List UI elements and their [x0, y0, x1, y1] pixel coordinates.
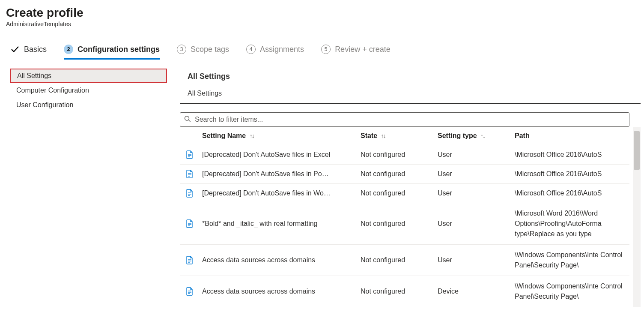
- tree-item[interactable]: User Configuration: [10, 98, 167, 112]
- step-number: 3: [177, 45, 186, 54]
- scrollbar-thumb[interactable]: [634, 131, 640, 170]
- main-title: All Settings: [188, 72, 641, 81]
- col-setting-name[interactable]: Setting Name ↑↓: [202, 127, 361, 145]
- col-path[interactable]: Path: [515, 127, 629, 145]
- step-number: 5: [321, 45, 331, 54]
- table-row[interactable]: [Deprecated] Don't AutoSave files in Exc…: [180, 145, 629, 165]
- wizard-step-active[interactable]: 2Configuration settings: [64, 45, 160, 60]
- cell-setting-name: [Deprecated] Don't AutoSave files in Exc…: [202, 145, 361, 165]
- cell-setting-name: Access data sources across domains: [202, 276, 361, 307]
- breadcrumb: All Settings: [188, 90, 641, 97]
- cell-path: \Microsoft Word 2016\Word Options\Proofi…: [515, 203, 629, 245]
- create-profile-page: Create profile AdministrativeTemplates B…: [0, 0, 644, 307]
- cell-setting-name: [Deprecated] Don't AutoSave files in Wo…: [202, 184, 361, 203]
- cell-type: Device: [438, 276, 515, 307]
- document-icon: [180, 170, 200, 178]
- cell-state: Not configured: [361, 245, 438, 276]
- cell-path: \Windows Components\Inte Control Panel\S…: [515, 276, 629, 307]
- wizard-step-future[interactable]: 3Scope tags: [177, 45, 229, 58]
- sort-icon: ↑↓: [381, 132, 385, 139]
- step-label: Review + create: [335, 45, 391, 54]
- tree-item[interactable]: All Settings: [10, 69, 167, 83]
- table-row[interactable]: Access data sources across domainsNot co…: [180, 276, 629, 307]
- document-icon: [180, 287, 200, 296]
- settings-table: Setting Name ↑↓ State ↑↓ Setting type ↑↓: [180, 127, 629, 307]
- wizard-step-done[interactable]: Basics: [10, 45, 47, 58]
- cell-setting-name: [Deprecated] Don't AutoSave files in Po…: [202, 165, 361, 184]
- scrollbar[interactable]: [633, 127, 641, 307]
- cell-setting-name: Access data sources across domains: [202, 245, 361, 276]
- table-row[interactable]: *Bold* and _italic_ with real formatting…: [180, 203, 629, 245]
- divider: [180, 103, 641, 104]
- step-label: Assignments: [260, 45, 304, 54]
- step-number: 2: [64, 45, 73, 54]
- check-icon: [10, 45, 20, 54]
- document-icon: [180, 189, 200, 198]
- step-label: Configuration settings: [78, 45, 160, 54]
- search-input[interactable]: [180, 112, 629, 127]
- sort-icon: ↑↓: [250, 132, 254, 139]
- tree-item[interactable]: Computer Configuration: [10, 83, 167, 98]
- wizard-steps: Basics2Configuration settings3Scope tags…: [6, 45, 644, 58]
- col-state[interactable]: State ↑↓: [361, 127, 438, 145]
- col-setting-type[interactable]: Setting type ↑↓: [438, 127, 515, 145]
- cell-type: User: [438, 245, 515, 276]
- cell-path: \Microsoft Office 2016\AutoS: [515, 145, 629, 165]
- table-row[interactable]: [Deprecated] Don't AutoSave files in Wo……: [180, 184, 629, 203]
- cell-type: User: [438, 184, 515, 203]
- cell-path: \Microsoft Office 2016\AutoS: [515, 165, 629, 184]
- wizard-step-future[interactable]: 4Assignments: [246, 45, 304, 58]
- cell-type: User: [438, 203, 515, 245]
- cell-state: Not configured: [361, 145, 438, 165]
- wizard-step-future[interactable]: 5Review + create: [321, 45, 391, 58]
- svg-line-1: [189, 120, 191, 122]
- cell-path: \Windows Components\Inte Control Panel\S…: [515, 245, 629, 276]
- step-number: 4: [246, 45, 256, 54]
- settings-tree: All SettingsComputer ConfigurationUser C…: [6, 69, 167, 112]
- cell-state: Not configured: [361, 184, 438, 203]
- document-icon: [180, 150, 200, 159]
- cell-type: User: [438, 145, 515, 165]
- cell-path: \Microsoft Office 2016\AutoS: [515, 184, 629, 203]
- document-icon: [180, 256, 200, 264]
- search-icon: [184, 116, 191, 124]
- page-subtitle: AdministrativeTemplates: [6, 21, 644, 27]
- step-label: Scope tags: [191, 45, 229, 54]
- table-row[interactable]: [Deprecated] Don't AutoSave files in Po……: [180, 165, 629, 184]
- svg-point-0: [185, 116, 189, 120]
- page-title: Create profile: [6, 6, 644, 20]
- document-icon: [180, 219, 200, 228]
- sort-icon: ↑↓: [480, 132, 485, 139]
- cell-setting-name: *Bold* and _italic_ with real formatting: [202, 203, 361, 245]
- cell-state: Not configured: [361, 203, 438, 245]
- step-label: Basics: [24, 45, 47, 54]
- cell-state: Not configured: [361, 165, 438, 184]
- cell-state: Not configured: [361, 276, 438, 307]
- cell-type: User: [438, 165, 515, 184]
- table-row[interactable]: Access data sources across domainsNot co…: [180, 245, 629, 276]
